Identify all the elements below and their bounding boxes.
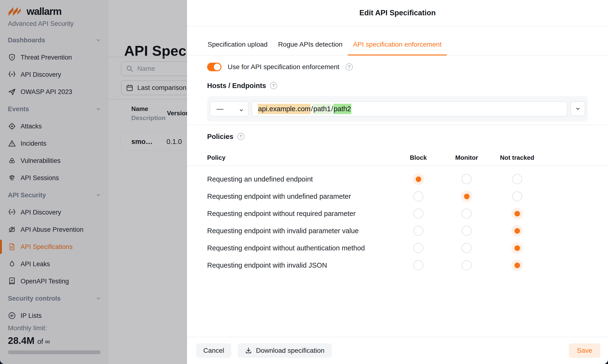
hosts-endpoints-label: Hosts / Endpoints	[207, 82, 266, 90]
policy-row: Requesting endpoint with invalid paramet…	[207, 222, 588, 239]
host-path-segment: /	[311, 104, 313, 114]
host-path-segment: /	[331, 104, 333, 114]
help-icon[interactable]	[346, 63, 353, 71]
tab-specification-upload[interactable]: Specification upload	[202, 41, 273, 55]
chevron-down-icon	[239, 106, 244, 111]
toggle-knob	[214, 64, 220, 70]
radio-block[interactable]	[413, 208, 423, 219]
policy-label: Requesting endpoint without authenticati…	[207, 244, 394, 252]
download-label: Download specification	[256, 347, 324, 354]
policy-row: Requesting endpoint without authenticati…	[207, 239, 588, 257]
help-icon[interactable]	[237, 133, 245, 140]
policy-row: Requesting an undefined endpoint	[207, 170, 588, 188]
radio-block[interactable]	[413, 191, 423, 201]
cancel-button[interactable]: Cancel	[196, 343, 231, 358]
column-block: Block	[394, 154, 442, 161]
column-monitor: Monitor	[442, 154, 491, 161]
enforcement-toggle[interactable]	[207, 63, 221, 71]
radio-monitor[interactable]	[461, 191, 472, 202]
radio-not-tracked[interactable]	[512, 174, 522, 184]
enforcement-toggle-label: Use for API specification enforcement	[228, 63, 339, 71]
download-icon	[245, 347, 252, 354]
radio-monitor[interactable]	[462, 243, 472, 253]
policy-row: Requesting endpoint with undefined param…	[207, 188, 588, 205]
radio-not-tracked[interactable]	[511, 260, 523, 271]
radio-not-tracked[interactable]	[511, 208, 523, 219]
method-select-value: —	[217, 105, 223, 113]
divider	[187, 125, 608, 125]
method-select[interactable]: —	[210, 101, 248, 117]
radio-not-tracked[interactable]	[511, 225, 523, 236]
radio-block[interactable]	[413, 243, 423, 253]
chevron-down-icon	[575, 106, 581, 111]
policy-label: Requesting an undefined endpoint	[207, 175, 394, 183]
policy-label: Requesting endpoint without required par…	[207, 210, 394, 218]
policy-row: Requesting endpoint with invalid JSON	[207, 257, 588, 274]
policy-table-header: Policy Block Monitor Not tracked	[207, 150, 588, 165]
save-button[interactable]: Save	[569, 343, 600, 358]
column-not-tracked: Not tracked	[491, 154, 543, 161]
policy-row: Requesting endpoint without required par…	[207, 205, 588, 222]
column-policy: Policy	[207, 154, 394, 161]
policies-label: Policies	[207, 133, 233, 141]
radio-monitor[interactable]	[462, 208, 472, 219]
host-path-segment: path2	[333, 104, 351, 114]
policy-label: Requesting endpoint with invalid paramet…	[207, 227, 394, 235]
help-icon[interactable]	[270, 82, 277, 89]
radio-monitor[interactable]	[462, 174, 472, 184]
tab-rogue-apis-detection[interactable]: Rogue APIs detection	[273, 41, 348, 55]
expand-row-button[interactable]	[570, 101, 585, 116]
policy-label: Requesting endpoint with invalid JSON	[207, 261, 394, 269]
modal-footer: Cancel Download specification Save	[187, 337, 608, 364]
radio-not-tracked[interactable]	[511, 242, 523, 254]
host-path-segment: api.example.com	[258, 104, 311, 114]
policy-label: Requesting endpoint with undefined param…	[207, 193, 394, 200]
edit-api-specification-modal: Edit API Specification Specification upl…	[187, 0, 608, 364]
host-endpoint-row: — api.example.com/path1/path2	[207, 96, 588, 121]
modal-body: Use for API specification enforcement Ho…	[187, 55, 608, 337]
modal-header: Edit API Specification	[187, 0, 608, 26]
radio-not-tracked[interactable]	[512, 191, 522, 201]
radio-block[interactable]	[413, 260, 423, 270]
policy-list: Requesting an undefined endpoint Request…	[207, 166, 588, 274]
download-specification-button[interactable]: Download specification	[238, 343, 332, 358]
tab-api-specification-enforcement[interactable]: API specification enforcement	[348, 41, 447, 55]
radio-block[interactable]	[413, 226, 423, 236]
app-window: wallarm Advanced API Security Dashboards…	[0, 0, 608, 364]
host-endpoint-input[interactable]: api.example.com/path1/path2	[252, 101, 567, 117]
radio-monitor[interactable]	[462, 226, 472, 236]
host-path-segment: path1	[313, 104, 331, 114]
radio-monitor[interactable]	[462, 260, 472, 270]
radio-block[interactable]	[413, 173, 424, 185]
modal-title: Edit API Specification	[359, 9, 436, 17]
modal-tabs: Specification uploadRogue APIs detection…	[187, 26, 608, 55]
